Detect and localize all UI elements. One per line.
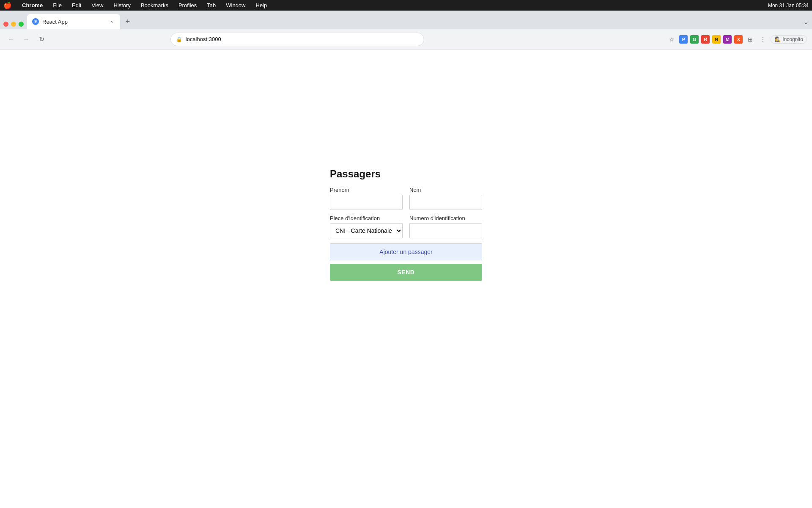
menu-file[interactable]: File: [51, 1, 63, 9]
apple-menu[interactable]: 🍎: [3, 1, 12, 9]
incognito-icon: 🕵: [774, 36, 781, 42]
window-maximize-button[interactable]: [19, 22, 24, 27]
ext-icon-6[interactable]: X: [734, 35, 743, 44]
active-tab[interactable]: ⚛ React App ×: [27, 14, 120, 29]
menu-view[interactable]: View: [90, 1, 105, 9]
url-bar[interactable]: 🔒 localhost:3000: [170, 33, 424, 46]
lock-icon: 🔒: [176, 36, 182, 42]
toolbar-right: ☆ P G R N M X ⊞ ⋮ 🕵 Incognito: [667, 34, 807, 44]
new-tab-button[interactable]: +: [122, 16, 134, 28]
ext-icon-4[interactable]: N: [712, 35, 721, 44]
menu-edit[interactable]: Edit: [70, 1, 83, 9]
name-row: Prenom Nom: [330, 187, 482, 210]
piece-select[interactable]: CNI - Carte Nationale d'Ide: [330, 223, 403, 238]
url-text: localhost:3000: [186, 36, 221, 42]
menu-bookmarks[interactable]: Bookmarks: [139, 1, 170, 9]
tab-strip-menu[interactable]: ⌄: [803, 18, 809, 26]
extensions-button[interactable]: ⊞: [745, 34, 755, 44]
numero-group: Numero d'identification: [409, 215, 482, 238]
window-minimize-button[interactable]: [11, 22, 16, 27]
reload-button[interactable]: ↻: [36, 33, 47, 45]
ext-icon-5[interactable]: M: [723, 35, 732, 44]
page-content: Passagers Prenom Nom Piece d'identificat…: [0, 50, 812, 508]
incognito-label: Incognito: [782, 36, 803, 42]
tab-title: React App: [42, 19, 105, 25]
forward-button[interactable]: →: [20, 33, 32, 45]
menu-history[interactable]: History: [112, 1, 132, 9]
menu-tab[interactable]: Tab: [205, 1, 217, 9]
menu-profiles[interactable]: Profiles: [177, 1, 198, 9]
back-button[interactable]: ←: [5, 33, 17, 45]
tab-bar-controls: ⌄: [803, 18, 809, 26]
tab-favicon: ⚛: [32, 18, 39, 25]
form-title: Passagers: [330, 168, 482, 180]
add-passager-button[interactable]: Ajouter un passager: [330, 243, 482, 260]
passagers-form: Passagers Prenom Nom Piece d'identificat…: [330, 168, 482, 281]
menu-help[interactable]: Help: [254, 1, 269, 9]
numero-label: Numero d'identification: [409, 215, 482, 221]
id-row: Piece d'identification CNI - Carte Natio…: [330, 215, 482, 238]
menu-chrome[interactable]: Chrome: [20, 1, 44, 9]
prenom-label: Prenom: [330, 187, 403, 193]
tab-bar: ⚛ React App × + ⌄: [0, 11, 812, 29]
prenom-group: Prenom: [330, 187, 403, 210]
ext-icon-2[interactable]: G: [690, 35, 699, 44]
numero-input[interactable]: [409, 223, 482, 238]
ext-icon-3[interactable]: R: [701, 35, 710, 44]
incognito-badge[interactable]: 🕵 Incognito: [771, 35, 807, 44]
address-bar: ← → ↻ 🔒 localhost:3000 ☆ P G R N M X ⊞ ⋮…: [0, 29, 812, 50]
ext-icon-1[interactable]: P: [679, 35, 688, 44]
more-menu-button[interactable]: ⋮: [758, 34, 768, 44]
menu-window[interactable]: Window: [224, 1, 247, 9]
menubar-right: Mon 31 Jan 05:34: [768, 3, 809, 8]
nom-group: Nom: [409, 187, 482, 210]
nom-label: Nom: [409, 187, 482, 193]
nom-input[interactable]: [409, 195, 482, 210]
send-button[interactable]: SEND: [330, 264, 482, 281]
piece-group: Piece d'identification CNI - Carte Natio…: [330, 215, 403, 238]
bookmark-icon[interactable]: ☆: [667, 34, 677, 44]
tab-close-button[interactable]: ×: [108, 18, 115, 25]
menu-time: Mon 31 Jan 05:34: [768, 3, 809, 8]
prenom-input[interactable]: [330, 195, 403, 210]
piece-label: Piece d'identification: [330, 215, 403, 221]
window-close-button[interactable]: [3, 22, 8, 27]
menu-bar: 🍎 Chrome File Edit View History Bookmark…: [0, 0, 812, 11]
